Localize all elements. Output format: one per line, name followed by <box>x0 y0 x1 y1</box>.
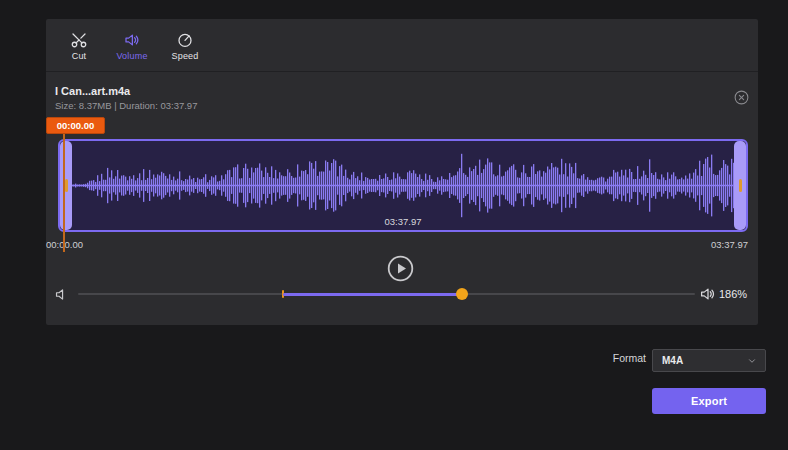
audio-editor-app: Cut Volume <box>0 0 788 450</box>
speaker-waves-icon <box>123 31 141 49</box>
volume-slider[interactable] <box>78 287 695 301</box>
file-meta: Size: 8.37MB | Duration: 03:37.97 <box>55 100 197 111</box>
selection-duration-label: 03:37.97 <box>60 216 746 227</box>
tab-cut[interactable]: Cut <box>56 29 102 61</box>
chevron-down-icon <box>747 352 757 370</box>
play-button[interactable] <box>387 255 414 282</box>
close-icon[interactable] <box>733 89 750 106</box>
volume-slider-thumb[interactable] <box>456 288 468 300</box>
toolbar: Cut Volume <box>46 19 758 72</box>
selection-handle-right[interactable] <box>734 141 746 230</box>
format-label: Format <box>613 352 646 364</box>
format-dropdown-value: M4A <box>662 355 683 366</box>
editor-panel: Cut Volume <box>46 19 758 325</box>
gauge-icon <box>176 31 194 49</box>
tab-speed[interactable]: Speed <box>162 29 208 61</box>
format-dropdown[interactable]: M4A <box>652 349 766 372</box>
tab-volume-label: Volume <box>116 51 147 61</box>
export-button[interactable]: Export <box>652 388 766 414</box>
file-name: I Can...art.m4a <box>55 85 130 97</box>
handle-grip <box>739 179 742 192</box>
speaker-icon <box>53 286 70 307</box>
tab-speed-label: Speed <box>171 51 198 61</box>
selection-handle-left[interactable] <box>60 141 72 230</box>
tab-volume[interactable]: Volume <box>109 29 155 61</box>
tab-cut-label: Cut <box>72 51 87 61</box>
volume-value-label: 186% <box>719 288 747 300</box>
volume-slider-fill <box>283 293 462 296</box>
timeline-end-label: 03:37.97 <box>711 239 748 250</box>
play-circle-icon <box>387 270 414 285</box>
scissors-icon <box>70 31 88 49</box>
speaker-waves-icon <box>699 285 717 307</box>
waveform-selection[interactable]: 03:37.97 <box>58 139 748 232</box>
playhead-time-badge[interactable]: 00:00.00 <box>46 117 105 134</box>
playhead-line[interactable] <box>63 134 65 252</box>
